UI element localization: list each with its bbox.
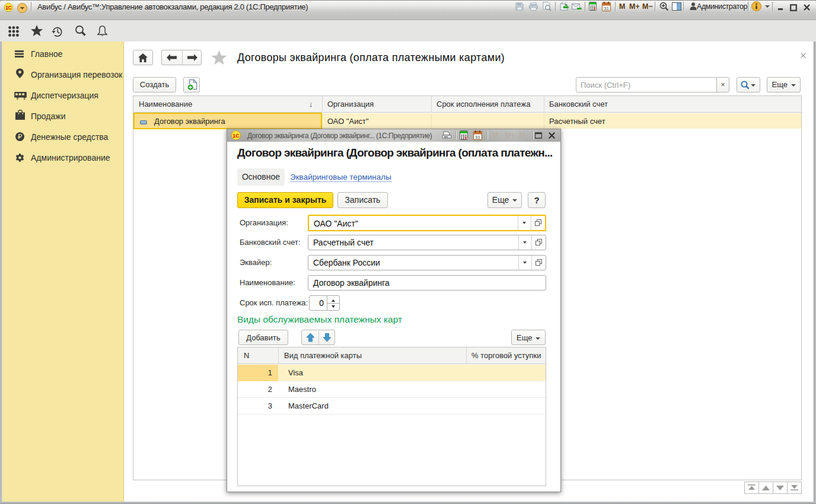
svg-text:31: 31	[604, 6, 609, 11]
svg-text:1С: 1С	[232, 133, 240, 139]
svg-text:1С: 1С	[5, 5, 12, 11]
svg-text:31: 31	[475, 135, 480, 140]
